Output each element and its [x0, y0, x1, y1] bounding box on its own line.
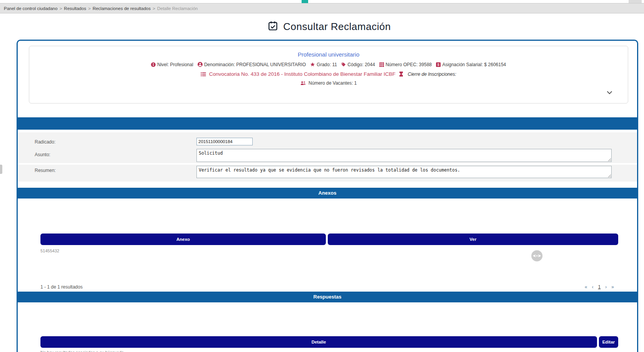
section-divider-band	[18, 117, 637, 130]
anexo-row-id: 51455432	[40, 249, 59, 253]
job-title: Profesional universitario	[29, 51, 628, 58]
attr-codigo: Código: 2044	[341, 62, 375, 67]
view-anexo-eye-icon[interactable]	[531, 250, 543, 262]
grid-icon	[379, 62, 386, 67]
respuestas-table-header: Detalle Editar	[40, 336, 618, 348]
radicado-label: Radicado:	[35, 139, 55, 145]
window-edge-artifact	[0, 165, 2, 174]
breadcrumb-detalle-current: Detalle Reclamación	[157, 6, 198, 11]
salary-icon: $	[436, 62, 442, 67]
breadcrumb-separator: >	[59, 6, 62, 11]
people-icon	[300, 80, 307, 86]
pager-next-button[interactable]: ›	[605, 284, 607, 290]
pager-last-button[interactable]: »	[611, 284, 614, 290]
attr-grado: Grado: 11	[310, 62, 337, 67]
pager-first-button[interactable]: «	[585, 284, 587, 290]
anexos-section-header: Anexos	[18, 188, 637, 199]
anexos-table-header: Anexo Ver	[40, 234, 618, 245]
vacantes-line: Número de Vacantes: 1	[29, 80, 628, 86]
anexos-pagination-summary: 1 - 1 de 1 resultados	[40, 284, 82, 290]
attr-denominacion: Denominación: PROFESIONAL UNIVERSITARIO	[198, 62, 306, 67]
column-header-editar[interactable]: Editar	[599, 336, 618, 348]
convocatoria-link[interactable]: Convocatoria No. 433 de 2016 - Instituto…	[209, 71, 396, 77]
respuestas-empty-message: No hay resultados asociados a su búsqued…	[40, 350, 124, 352]
breadcrumb-resultados[interactable]: Resultados	[64, 6, 86, 11]
svg-text:$: $	[438, 63, 439, 67]
pager-page-1[interactable]: 1	[598, 284, 601, 290]
column-header-ver[interactable]: Ver	[328, 234, 618, 245]
column-header-detalle[interactable]: Detalle	[40, 336, 597, 348]
list-icon	[201, 72, 208, 77]
resumen-textarea[interactable]: Verificar el resultado ya que se evidenc…	[196, 166, 612, 178]
cierre-inscripciones-label: Cierre de Inscripciones:	[408, 72, 456, 77]
breadcrumb-separator: >	[153, 6, 155, 11]
info-circle-icon	[151, 62, 157, 67]
pager-prev-button[interactable]: ‹	[592, 284, 594, 290]
breadcrumb: Panel de control ciudadano > Resultados …	[0, 3, 644, 13]
resumen-label: Resumen:	[35, 168, 56, 173]
breadcrumb-reclamaciones[interactable]: Reclamaciones de resultados	[92, 6, 151, 11]
person-icon	[198, 62, 204, 67]
convocatoria-line: Convocatoria No. 433 de 2016 - Instituto…	[29, 71, 628, 77]
page-header: Consultar Reclamación	[7, 18, 644, 35]
asunto-textarea[interactable]: Solicitud	[196, 149, 612, 162]
star-icon	[310, 62, 317, 67]
radicado-input[interactable]	[196, 138, 253, 145]
chevron-down-icon[interactable]	[607, 89, 612, 96]
attr-numero-opec: Número OPEC: 39588	[379, 62, 432, 67]
column-header-anexo[interactable]: Anexo	[40, 234, 326, 245]
job-info-card: Profesional universitario Nivel: Profesi…	[29, 46, 628, 103]
anexos-pager: « ‹ 1 › »	[585, 284, 614, 290]
attr-nivel: Nivel: Profesional	[151, 62, 193, 67]
attr-asignacion-salarial: $Asignación Salarial: $ 2606154	[436, 62, 506, 67]
hourglass-icon	[399, 72, 405, 77]
asunto-label: Asunto:	[35, 152, 50, 157]
job-attributes: Nivel: Profesional Denominación: PROFESI…	[29, 62, 628, 67]
respuestas-section-header: Respuestas	[18, 292, 637, 302]
tag-icon	[341, 62, 347, 67]
page-title: Consultar Reclamación	[283, 21, 391, 33]
breadcrumb-separator: >	[88, 6, 91, 11]
reclamacion-detail-card: Profesional universitario Nivel: Profesi…	[17, 40, 638, 352]
calendar-check-icon	[268, 21, 278, 33]
breadcrumb-panel-control[interactable]: Panel de control ciudadano	[4, 6, 57, 11]
